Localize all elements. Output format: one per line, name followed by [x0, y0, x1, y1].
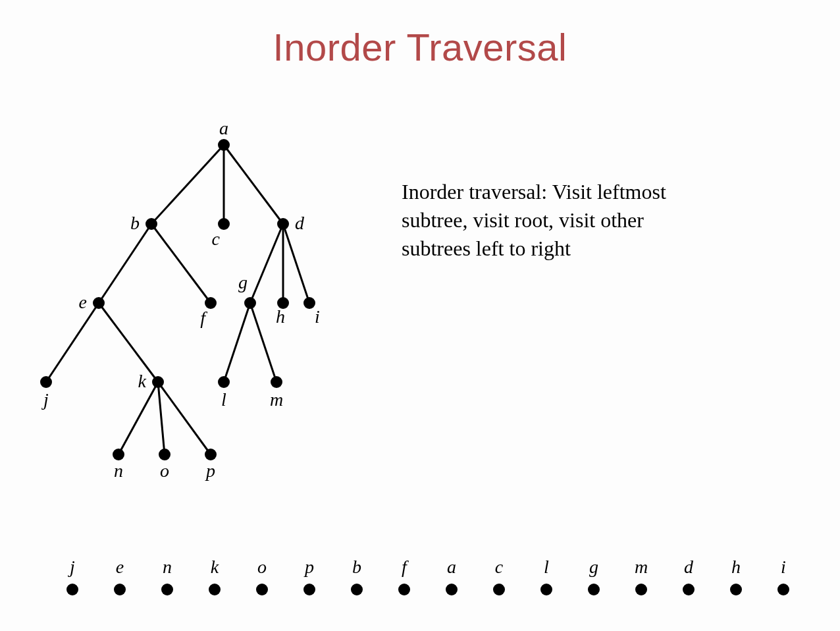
seq-label: k [211, 557, 219, 577]
slide: Inorder Traversal Inorder traversal: Vis… [0, 0, 840, 631]
seq-label: j [68, 557, 75, 577]
seq-label: g [589, 557, 598, 577]
tree-svg: abcdefghijklmnop [26, 105, 342, 494]
tree-label-m: m [270, 389, 283, 410]
tree-edge [118, 382, 158, 454]
seq-dot [161, 584, 173, 595]
tree-edge [46, 303, 99, 382]
seq-label: c [495, 557, 504, 577]
seq-dot [114, 584, 126, 595]
seq-dot [351, 584, 363, 595]
seq-dot [683, 584, 695, 595]
tree-node-n [113, 449, 124, 460]
tree-node-d [277, 218, 289, 230]
seq-label: h [731, 557, 741, 577]
seq-dot [493, 584, 505, 595]
tree-edge [99, 303, 158, 382]
seq-label: b [352, 557, 361, 577]
seq-label: e [116, 557, 124, 577]
tree-edge [151, 224, 211, 303]
tree-node-e [93, 297, 105, 309]
seq-label: o [257, 557, 267, 577]
tree-node-j [40, 376, 52, 388]
seq-label: m [635, 557, 648, 577]
tree-node-g [244, 297, 256, 309]
tree-label-n: n [114, 460, 123, 481]
tree-edge [158, 382, 165, 454]
tree-label-g: g [238, 272, 248, 292]
seq-dot [730, 584, 742, 595]
tree-label-e: e [79, 292, 87, 312]
seq-label: d [684, 557, 694, 577]
seq-label: f [402, 557, 409, 577]
tree-label-k: k [138, 371, 147, 391]
seq-label: a [447, 557, 456, 577]
tree-label-a: a [219, 118, 228, 138]
tree-edge [224, 303, 250, 382]
tree-label-b: b [130, 213, 140, 233]
slide-title: Inorder Traversal [0, 25, 840, 69]
tree-edge [151, 145, 224, 224]
tree-edge [283, 224, 309, 303]
sequence-svg: jenkopbfaclgmdhi [0, 553, 840, 606]
seq-dot [66, 584, 78, 595]
tree-node-a [218, 139, 230, 151]
tree-edge [158, 382, 211, 454]
seq-dot [777, 584, 789, 595]
seq-label: p [303, 557, 314, 577]
tree-node-p [205, 449, 217, 460]
tree-label-i: i [315, 306, 320, 327]
tree-edge [99, 224, 151, 303]
seq-dot [209, 584, 221, 595]
traversal-sequence: jenkopbfaclgmdhi [0, 553, 840, 609]
tree-label-f: f [200, 308, 207, 328]
tree-node-i [303, 297, 315, 309]
tree-label-d: d [295, 213, 305, 233]
seq-dot [398, 584, 410, 595]
tree-node-l [218, 376, 230, 388]
tree-node-f [205, 297, 217, 309]
tree-edge [250, 303, 276, 382]
tree-edge [250, 224, 283, 303]
seq-dot [635, 584, 647, 595]
tree-node-m [271, 376, 282, 388]
tree-node-o [159, 449, 171, 460]
tree-node-k [152, 376, 164, 388]
traversal-description: Inorder traversal: Visit leftmost subtre… [402, 178, 685, 263]
seq-dot [256, 584, 268, 595]
tree-label-c: c [212, 229, 221, 249]
seq-label: i [781, 557, 786, 577]
seq-label: l [544, 557, 549, 577]
tree-label-j: j [41, 389, 49, 410]
seq-dot [446, 584, 458, 595]
tree-node-b [145, 218, 157, 230]
tree-label-h: h [276, 306, 285, 327]
seq-dot [540, 584, 552, 595]
tree-label-l: l [221, 389, 226, 410]
seq-dot [303, 584, 315, 595]
tree-edge [224, 145, 283, 224]
tree-diagram: abcdefghijklmnop [26, 105, 342, 497]
tree-label-p: p [205, 460, 215, 481]
tree-label-o: o [160, 460, 169, 481]
seq-label: n [163, 557, 172, 577]
seq-dot [588, 584, 600, 595]
